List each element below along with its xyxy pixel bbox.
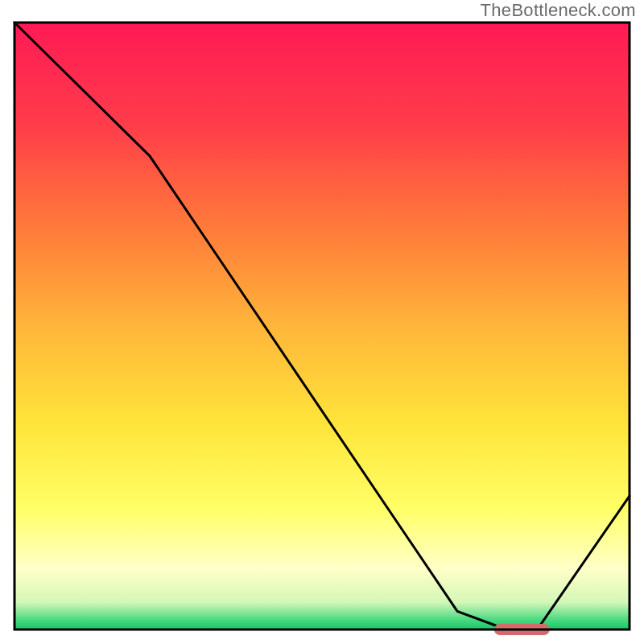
chart-container: TheBottleneck.com <box>0 0 644 644</box>
watermark-text: TheBottleneck.com <box>481 0 636 21</box>
bottleneck-chart <box>0 0 644 644</box>
